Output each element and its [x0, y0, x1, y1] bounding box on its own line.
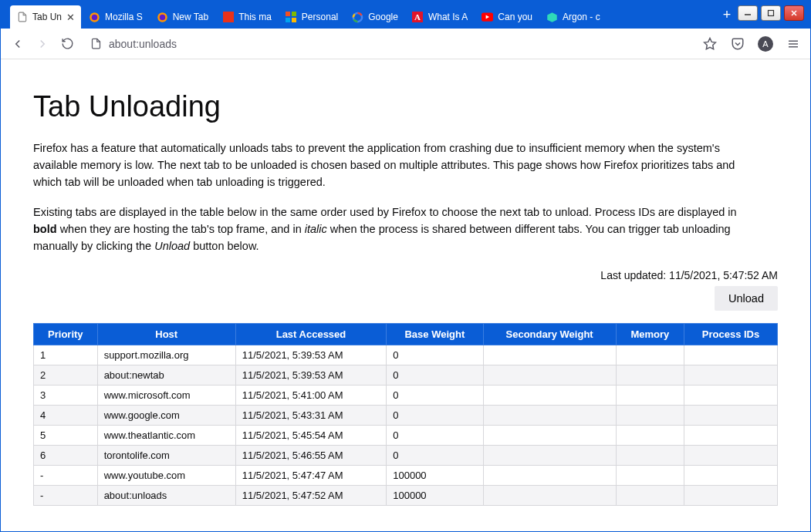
table-row: 4www.google.com11/5/2021, 5:43:31 AM0 [34, 405, 778, 425]
tab-close-icon[interactable]: ✕ [66, 12, 75, 22]
cell-pid [684, 425, 778, 445]
account-avatar[interactable]: A [758, 36, 773, 52]
cell-last: 11/5/2021, 5:47:47 AM [235, 465, 386, 485]
cell-priority: 3 [34, 385, 98, 405]
table-row: 5www.theatlantic.com11/5/2021, 5:45:54 A… [34, 425, 778, 445]
svg-rect-8 [292, 18, 296, 22]
google-icon [352, 12, 363, 23]
svg-marker-14 [547, 12, 557, 22]
browser-tab[interactable]: Google [346, 5, 404, 29]
svg-point-3 [159, 14, 165, 20]
cell-base: 100000 [387, 465, 483, 485]
browser-tab[interactable]: Tab Unloa✕ [10, 5, 81, 29]
cell-base: 0 [387, 405, 483, 425]
intro-paragraph-1: Firefox has a feature that automatically… [33, 140, 759, 190]
cell-last: 11/5/2021, 5:39:53 AM [235, 365, 386, 385]
window-close-button[interactable] [784, 5, 804, 21]
tab-label: Tab Unloa [32, 12, 62, 22]
cell-host: www.google.com [97, 405, 235, 425]
cell-host: about:newtab [97, 365, 235, 385]
tab-label: Mozilla S [105, 12, 143, 22]
cell-mem [616, 345, 684, 365]
column-header: Process IDs [684, 323, 778, 345]
cell-pid [684, 345, 778, 365]
cell-last: 11/5/2021, 5:43:31 AM [235, 405, 386, 425]
column-header: Priority [34, 323, 98, 345]
blank-icon [16, 12, 28, 23]
browser-tab[interactable]: Argon - c [540, 5, 607, 29]
browser-tab[interactable]: AWhat Is A [406, 5, 474, 29]
cell-last: 11/5/2021, 5:39:53 AM [235, 345, 386, 365]
column-header: Base Weight [387, 323, 483, 345]
microsoft-icon [286, 12, 297, 23]
pocket-icon[interactable] [730, 36, 745, 52]
toolbar: about:unloads A [1, 29, 810, 59]
cell-priority: - [34, 485, 98, 505]
cell-pid [684, 365, 778, 385]
cell-sec [483, 465, 616, 485]
reload-button[interactable] [59, 36, 75, 52]
column-header: Memory [616, 323, 684, 345]
cell-base: 0 [387, 445, 483, 465]
page-title: Tab Unloading [33, 90, 778, 123]
microsoft-red-icon [222, 12, 234, 23]
intro-paragraph-2: Existing tabs are displayed in the table… [33, 204, 759, 254]
cell-sec [483, 385, 616, 405]
last-updated: Last updated: 11/5/2021, 5:47:52 AM [33, 269, 778, 281]
atlantic-icon: A [412, 12, 424, 23]
cell-priority: 4 [34, 405, 98, 425]
cell-sec [483, 345, 616, 365]
page-content: Tab Unloading Firefox has a feature that… [1, 59, 810, 531]
cell-base: 0 [387, 365, 483, 385]
table-row: 1support.mozilla.org11/5/2021, 5:39:53 A… [34, 345, 778, 365]
cell-mem [616, 425, 684, 445]
youtube-icon [482, 12, 493, 23]
cell-last: 11/5/2021, 5:45:54 AM [235, 425, 386, 445]
tabs-table: PriorityHostLast AccessedBase WeightSeco… [33, 323, 778, 506]
cell-mem [616, 445, 684, 465]
unload-button[interactable]: Unload [715, 286, 778, 311]
url-bar[interactable]: about:unloads [84, 38, 693, 50]
table-row: 3www.microsoft.com11/5/2021, 5:41:00 AM0 [34, 385, 778, 405]
tab-label: Personal [302, 12, 338, 22]
table-row: 6torontolife.com11/5/2021, 5:46:55 AM0 [34, 445, 778, 465]
svg-point-1 [92, 14, 98, 20]
window-maximize-button[interactable] [761, 5, 781, 21]
column-header: Secondary Weight [483, 323, 616, 345]
cell-host: www.theatlantic.com [97, 425, 235, 445]
app-menu-icon[interactable] [786, 36, 801, 52]
browser-tab[interactable]: Personal [279, 5, 344, 29]
browser-tab[interactable]: This ma [216, 5, 278, 29]
cell-priority: 6 [34, 445, 98, 465]
browser-tab[interactable]: Can you [475, 5, 539, 29]
browser-tab[interactable]: New Tab [150, 5, 215, 29]
cell-pid [684, 465, 778, 485]
forward-button[interactable] [35, 36, 50, 52]
tab-label: Can you [498, 12, 532, 22]
argon-icon [546, 12, 558, 23]
cell-priority: 1 [34, 345, 98, 365]
svg-rect-16 [769, 11, 774, 16]
tab-label: What Is A [428, 12, 468, 22]
page-info-icon [90, 38, 103, 50]
cell-sec [483, 485, 616, 505]
back-button[interactable] [10, 36, 25, 52]
cell-mem [616, 465, 684, 485]
cell-mem [616, 485, 684, 505]
cell-host: torontolife.com [97, 445, 235, 465]
window-minimize-button[interactable] [738, 5, 758, 21]
column-header: Host [97, 323, 235, 345]
cell-sec [483, 425, 616, 445]
cell-priority: 2 [34, 365, 98, 385]
bookmark-star-icon[interactable] [702, 36, 718, 52]
browser-tab[interactable]: Mozilla S [83, 5, 149, 29]
tab-label: Google [368, 12, 398, 22]
cell-pid [684, 405, 778, 425]
svg-marker-19 [705, 38, 716, 49]
svg-rect-7 [286, 18, 290, 22]
svg-rect-6 [292, 12, 296, 16]
titlebar: Tab Unloa✕Mozilla SNew TabThis maPersona… [1, 1, 810, 29]
cell-host: www.microsoft.com [97, 385, 235, 405]
new-tab-button[interactable]: + [716, 1, 738, 29]
cell-host: support.mozilla.org [97, 345, 235, 365]
